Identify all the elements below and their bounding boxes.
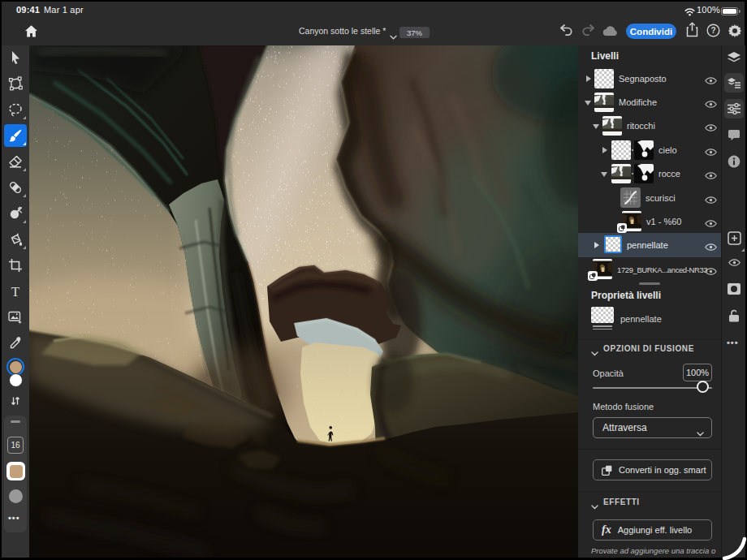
svg-text:T: T xyxy=(11,285,20,298)
svg-text:?: ? xyxy=(710,26,715,35)
